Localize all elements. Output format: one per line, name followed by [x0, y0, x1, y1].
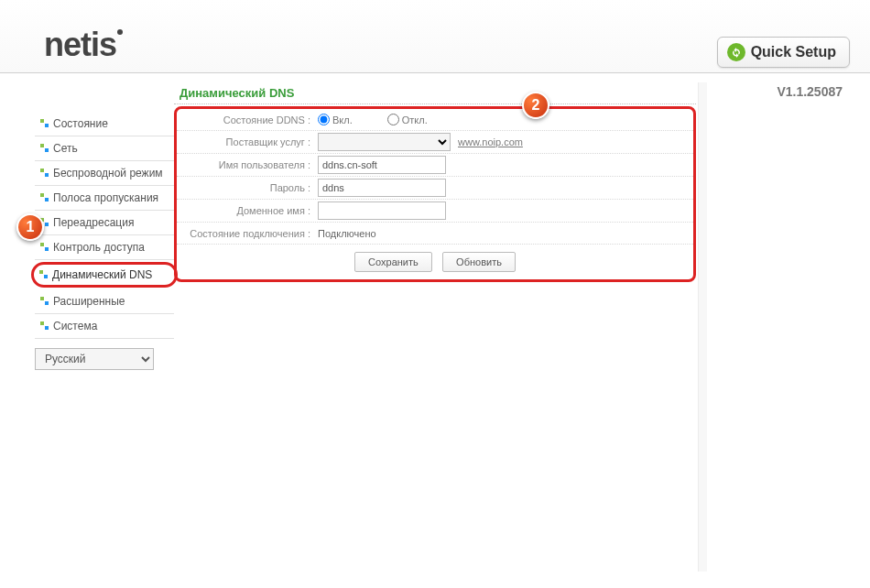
sidebar-item-bandwidth[interactable]: Полоса пропускания — [35, 186, 174, 211]
label-ddns-status: Состояние DDNS : — [177, 114, 314, 125]
radio-on-label: Вкл. — [332, 114, 353, 125]
label-domain: Доменное имя : — [177, 205, 314, 216]
menu-icon — [40, 193, 49, 202]
refresh-icon — [727, 43, 745, 61]
menu-icon — [40, 297, 49, 306]
content-area: Динамический DNS Состояние DDNS : Вкл. О… — [174, 82, 696, 572]
menu-label: Полоса пропускания — [53, 191, 158, 204]
password-input[interactable] — [318, 179, 446, 197]
logo: netis — [44, 26, 123, 64]
radio-off-input[interactable] — [387, 114, 399, 125]
radio-on[interactable]: Вкл. — [318, 114, 353, 125]
sidebar-item-forwarding[interactable]: Переадресация — [35, 211, 174, 235]
label-provider: Поставщик услуг : — [177, 136, 314, 147]
menu-icon — [40, 243, 49, 252]
menu-icon — [40, 119, 49, 128]
top-bar: netis Quick Setup — [0, 0, 870, 73]
menu-label: Контроль доступа — [53, 241, 145, 254]
menu-label: Расширенные — [53, 295, 125, 308]
sidebar-item-wireless[interactable]: Беспроводной режим — [35, 161, 174, 186]
username-input[interactable] — [318, 156, 446, 174]
conn-status-value: Подключено — [318, 228, 376, 239]
domain-input[interactable] — [318, 201, 446, 220]
page-title: Динамический DNS — [174, 82, 696, 104]
sidebar-item-advanced[interactable]: Расширенные — [35, 289, 174, 314]
logo-text: netis — [44, 26, 116, 63]
radio-off-label: Откл. — [402, 114, 428, 125]
menu-icon — [40, 169, 49, 178]
quick-setup-label: Quick Setup — [751, 44, 836, 60]
provider-select[interactable] — [318, 133, 451, 151]
menu-label: Переадресация — [53, 216, 134, 229]
menu-label: Динамический DNS — [52, 268, 152, 281]
radio-off[interactable]: Откл. — [387, 114, 428, 125]
scrollbar[interactable] — [698, 82, 707, 572]
save-button[interactable]: Сохранить — [354, 252, 432, 272]
language-select[interactable]: Русский — [35, 348, 154, 370]
sidebar-item-network[interactable]: Сеть — [35, 136, 174, 161]
menu-label: Система — [53, 320, 97, 332]
menu-label: Беспроводной режим — [53, 167, 163, 180]
menu-icon — [40, 321, 49, 331]
ddns-form: Состояние DDNS : Вкл. Откл. Поставщик ус… — [174, 106, 696, 282]
sidebar: Состояние Сеть Беспроводной режим Полоса… — [35, 112, 174, 370]
annotation-badge-2: 2 — [522, 92, 549, 119]
button-row: Сохранить Обновить — [177, 245, 693, 274]
radio-on-input[interactable] — [318, 114, 330, 125]
sidebar-item-access-control[interactable]: Контроль доступа — [35, 235, 174, 260]
sidebar-item-ddns[interactable]: Динамический DNS — [31, 262, 178, 288]
menu-icon — [39, 270, 49, 279]
logo-dot — [117, 29, 123, 35]
label-password: Пароль : — [177, 182, 314, 193]
menu-label: Состояние — [53, 117, 108, 130]
quick-setup-button[interactable]: Quick Setup — [717, 37, 850, 68]
refresh-button[interactable]: Обновить — [442, 252, 516, 272]
annotation-badge-1: 1 — [16, 213, 44, 241]
version-label: V1.1.25087 — [777, 84, 843, 99]
menu-label: Сеть — [53, 142, 78, 155]
sidebar-item-status[interactable]: Состояние — [35, 112, 174, 136]
menu-icon — [40, 144, 49, 153]
provider-link[interactable]: www.noip.com — [458, 136, 523, 147]
label-username: Имя пользователя : — [177, 159, 314, 170]
label-conn-status: Состояние подключения : — [177, 228, 314, 239]
sidebar-item-system[interactable]: Система — [35, 314, 174, 339]
